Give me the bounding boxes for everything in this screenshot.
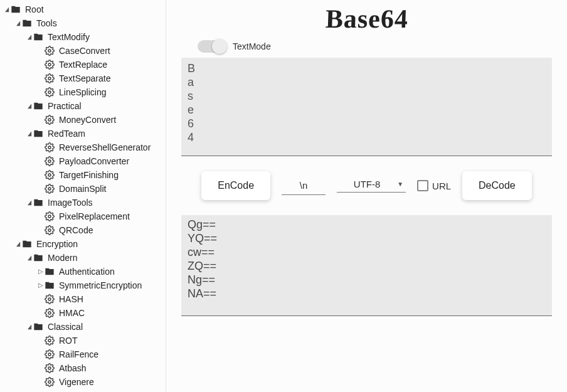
gear-icon	[44, 363, 55, 374]
sidebar-tree[interactable]: ◢Root◢Tools◢TextModifyCaseConvertTextRep…	[0, 0, 166, 392]
tree-label: MoneyConvert	[58, 113, 116, 127]
caret-down-icon[interactable]: ◢	[27, 30, 32, 44]
input-textarea[interactable]: B a s e 6 4	[181, 58, 552, 156]
tree-node-authentication[interactable]: ▷Authentication	[0, 265, 166, 278]
tree-node-caseconvert[interactable]: CaseConvert	[0, 44, 166, 58]
page-title: Base64	[325, 4, 409, 34]
caret-down-icon[interactable]: ◢	[4, 3, 9, 16]
textmode-toggle[interactable]	[198, 40, 225, 53]
title-row: Base64	[175, 4, 558, 34]
tree-node-railfence[interactable]: RailFence	[0, 347, 166, 361]
tree-label: ROT	[58, 334, 78, 347]
folder-icon	[10, 4, 21, 15]
gear-icon	[44, 114, 55, 125]
tree-node-tools[interactable]: ◢Tools	[0, 16, 166, 30]
folder-icon	[33, 252, 44, 263]
tree-label: HMAC	[58, 306, 85, 320]
tree-node-vigenere[interactable]: Vigenere	[0, 375, 166, 389]
tree-node-modern[interactable]: ◢Modern	[0, 251, 166, 265]
svg-point-3	[48, 91, 51, 93]
tree-label: Authentication	[58, 265, 115, 278]
textmode-label: TextMode	[233, 41, 271, 51]
tree-node-root[interactable]: ◢Root	[0, 3, 166, 16]
tree-node-encryption[interactable]: ◢Encryption	[0, 237, 166, 251]
encode-button[interactable]: EnCode	[201, 171, 270, 200]
gear-icon	[44, 87, 55, 98]
output-underline	[181, 315, 552, 316]
folder-icon	[21, 18, 33, 29]
caret-right-icon[interactable]: ▷	[38, 265, 44, 278]
svg-point-1	[48, 63, 51, 66]
tree-label: TargetFinishing	[58, 168, 119, 182]
gear-icon	[44, 294, 55, 305]
gear-icon	[44, 73, 55, 84]
folder-icon	[33, 197, 44, 208]
caret-down-icon[interactable]: ◢	[27, 99, 32, 113]
tree-node-textreplace[interactable]: TextReplace	[0, 58, 166, 72]
svg-point-8	[48, 188, 51, 190]
tree-node-textseparate[interactable]: TextSeparate	[0, 72, 166, 85]
svg-point-10	[48, 229, 51, 231]
charset-select[interactable]: UTF-8 ▼	[337, 179, 406, 193]
controls-row: EnCode UTF-8 ▼ URL DeCode	[175, 171, 558, 200]
svg-point-16	[48, 381, 51, 383]
caret-down-icon[interactable]: ◢	[16, 237, 21, 251]
caret-down-icon[interactable]: ◢	[27, 320, 32, 334]
svg-point-12	[48, 312, 51, 314]
tree-node-reverseshellgenerator[interactable]: ReverseShellGenerator	[0, 140, 166, 154]
gear-icon	[44, 142, 55, 153]
tree-node-hash[interactable]: HASH	[0, 292, 166, 306]
gear-icon	[44, 156, 55, 167]
tree-node-domainsplit[interactable]: DomainSplit	[0, 182, 166, 196]
tree-label: SymmetricEncryption	[58, 278, 142, 292]
chevron-down-icon: ▼	[397, 181, 406, 188]
tree-node-practical[interactable]: ◢Practical	[0, 99, 166, 113]
svg-point-9	[48, 215, 51, 218]
tree-label: DomainSplit	[58, 182, 106, 196]
separator-input[interactable]	[282, 176, 326, 195]
output-textarea[interactable]: Qg== YQ== cw== ZQ== Ng== NA==	[181, 215, 552, 315]
tree-node-rot[interactable]: ROT	[0, 334, 166, 347]
gear-icon	[44, 183, 55, 194]
tree-node-targetfinishing[interactable]: TargetFinishing	[0, 168, 166, 182]
tree-node-payloadconverter[interactable]: PayloadConverter	[0, 154, 166, 168]
tree-node-imagetools[interactable]: ◢ImageTools	[0, 196, 166, 209]
folder-icon	[44, 280, 55, 291]
tree-node-qrcode[interactable]: QRCode	[0, 223, 166, 237]
tree-node-symmetricencryption[interactable]: ▷SymmetricEncryption	[0, 278, 166, 292]
tree-node-classical[interactable]: ◢Classical	[0, 320, 166, 334]
tree-node-redteam[interactable]: ◢RedTeam	[0, 127, 166, 140]
tree-node-pixelreplacement[interactable]: PixelReplacement	[0, 209, 166, 223]
svg-point-6	[48, 160, 51, 162]
folder-icon	[21, 238, 33, 250]
tree-label: TextSeparate	[58, 72, 111, 85]
caret-down-icon[interactable]: ◢	[16, 16, 21, 30]
svg-point-14	[48, 353, 51, 356]
url-checkbox-group: URL	[417, 180, 451, 191]
tree-node-moneyconvert[interactable]: MoneyConvert	[0, 113, 166, 127]
tree-label: Atbash	[58, 361, 87, 375]
url-checkbox[interactable]	[417, 180, 428, 191]
caret-down-icon[interactable]: ◢	[27, 196, 32, 209]
tree-label: Root	[24, 3, 44, 16]
folder-icon	[33, 31, 44, 43]
svg-point-5	[48, 146, 51, 149]
decode-button[interactable]: DeCode	[462, 171, 532, 200]
svg-point-4	[48, 119, 51, 121]
tree-label: CaseConvert	[58, 44, 110, 58]
folder-icon	[44, 266, 55, 277]
svg-point-11	[48, 298, 51, 300]
tree-node-atbash[interactable]: Atbash	[0, 361, 166, 375]
tree-node-textmodify[interactable]: ◢TextModify	[0, 30, 166, 44]
folder-icon	[33, 321, 44, 332]
tree-node-linesplicing[interactable]: LineSplicing	[0, 85, 166, 99]
tree-label: TextModify	[46, 30, 90, 44]
caret-down-icon[interactable]: ◢	[27, 251, 32, 265]
tree-label: Encryption	[35, 237, 78, 251]
tree-node-hmac[interactable]: HMAC	[0, 306, 166, 320]
caret-right-icon[interactable]: ▷	[38, 278, 44, 292]
caret-down-icon[interactable]: ◢	[27, 127, 32, 140]
tree-label: RedTeam	[46, 127, 85, 140]
gear-icon	[44, 225, 55, 236]
tree-label: Classical	[46, 320, 83, 334]
